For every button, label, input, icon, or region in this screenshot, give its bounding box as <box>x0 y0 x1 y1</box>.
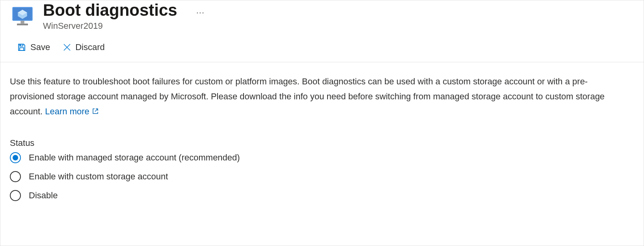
discard-label: Discard <box>75 42 105 52</box>
close-icon <box>63 43 71 52</box>
description-block: Use this feature to troubleshoot boot fa… <box>10 74 609 119</box>
status-option-managed[interactable]: Enable with managed storage account (rec… <box>10 152 634 163</box>
header-text: Boot diagnostics ··· WinServer2019 <box>43 0 208 31</box>
status-label: Status <box>10 138 634 148</box>
save-icon <box>17 43 26 52</box>
vm-icon <box>11 5 34 27</box>
radio-label: Disable <box>29 190 58 201</box>
boot-diagnostics-panel: Boot diagnostics ··· WinServer2019 Save <box>0 0 644 246</box>
radio-label: Enable with custom storage account <box>29 171 168 182</box>
external-link-icon <box>92 104 99 119</box>
status-option-disable[interactable]: Disable <box>10 190 634 201</box>
page-title: Boot diagnostics <box>43 0 177 20</box>
radio-indicator <box>10 171 21 182</box>
save-button[interactable]: Save <box>16 41 51 54</box>
svg-rect-6 <box>20 44 23 46</box>
status-option-custom[interactable]: Enable with custom storage account <box>10 171 634 182</box>
content-area: Use this feature to troubleshoot boot fa… <box>0 62 644 201</box>
svg-rect-8 <box>20 45 21 46</box>
radio-label: Enable with managed storage account (rec… <box>29 153 240 163</box>
svg-line-11 <box>95 109 98 112</box>
svg-rect-4 <box>20 21 24 24</box>
save-label: Save <box>30 42 50 52</box>
status-radio-group: Enable with managed storage account (rec… <box>10 152 634 201</box>
radio-indicator <box>10 190 21 201</box>
description-text: Use this feature to troubleshoot boot fa… <box>10 76 605 116</box>
svg-rect-7 <box>20 48 24 50</box>
svg-rect-5 <box>17 24 28 26</box>
panel-header: Boot diagnostics ··· WinServer2019 <box>0 0 644 31</box>
more-actions-button[interactable]: ··· <box>193 7 208 19</box>
discard-button[interactable]: Discard <box>62 41 106 54</box>
resource-subtitle: WinServer2019 <box>43 21 208 31</box>
radio-indicator <box>10 152 21 163</box>
learn-more-label: Learn more <box>45 104 89 119</box>
command-bar: Save Discard <box>0 31 644 62</box>
learn-more-link[interactable]: Learn more <box>45 104 99 119</box>
